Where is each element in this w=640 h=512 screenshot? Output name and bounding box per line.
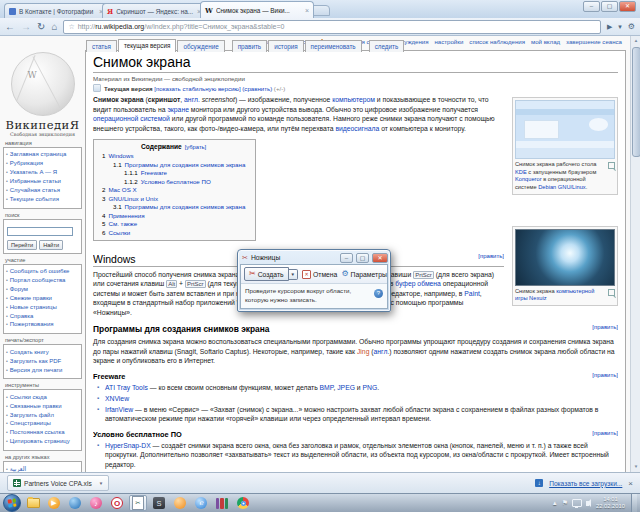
toc-item[interactable]: 1.1Программы для создания снимков экрана: [102, 161, 245, 168]
toc-item[interactable]: 5См. также: [102, 220, 245, 227]
sidebar-link-help[interactable]: •Справка: [6, 313, 79, 321]
magnify-icon[interactable]: [608, 289, 615, 296]
sidebar-link-uploadfile[interactable]: •Загрузить файл: [6, 412, 79, 420]
toc-item[interactable]: 1.1.1Freeware: [102, 169, 245, 176]
maximize-button[interactable]: ▢: [601, 1, 618, 12]
taskbar-explorer[interactable]: [24, 495, 42, 511]
sidebar-link-donate[interactable]: •Пожертвования: [6, 321, 79, 329]
scrollbar-thumb[interactable]: [632, 47, 640, 157]
shelf-close-icon[interactable]: ×: [628, 479, 633, 488]
sidebar-link-communityportal[interactable]: •Портал сообщества: [6, 277, 79, 285]
home-icon[interactable]: ⌂: [51, 22, 57, 32]
tab-discussion[interactable]: обсуждение: [177, 40, 224, 52]
sidebar-link-mainpage[interactable]: •Заглавная страница: [6, 151, 79, 159]
file-dropdown-icon[interactable]: ▼: [99, 481, 103, 486]
toc-hide-link[interactable]: [убрать]: [185, 144, 207, 150]
help-icon[interactable]: ?: [374, 289, 383, 298]
show-desktop-button[interactable]: [631, 494, 637, 512]
action-center-flag-icon[interactable]: ⚑: [562, 499, 568, 507]
snipping-tool-titlebar[interactable]: ✂ Ножницы – ▢ ✕: [238, 250, 390, 264]
edit-section-link[interactable]: [править]: [478, 253, 504, 259]
tab-watch[interactable]: следить: [369, 40, 405, 52]
start-button[interactable]: [3, 494, 21, 512]
contributions-link[interactable]: мой вклад: [531, 38, 560, 45]
sidebar-link-reporterror[interactable]: •Сообщить об ошибке: [6, 268, 79, 276]
search-input[interactable]: [7, 227, 73, 236]
taskbar-opera[interactable]: O: [108, 495, 126, 511]
thumbnail-nexuiz[interactable]: Снимок экрана компьютерной игры Nexuiz: [512, 226, 618, 306]
sidebar-link-relatedchanges[interactable]: •Связанные правки: [6, 403, 79, 411]
taskbar-clock[interactable]: 14:01 22.02.2010: [596, 496, 625, 509]
sidebar-link-newpages[interactable]: •Новые страницы: [6, 304, 79, 312]
close-button[interactable]: ✕: [619, 1, 636, 12]
sidebar-link-forum[interactable]: •Форум: [6, 286, 79, 294]
options-button[interactable]: ⚙ Параметры: [341, 270, 386, 278]
wikipedia-logo[interactable]: W: [11, 52, 75, 116]
toc-item[interactable]: 3GNU/Linux и Unix: [102, 195, 245, 202]
go-icon[interactable]: ▶: [607, 23, 612, 30]
sidebar-link-recentchanges[interactable]: •Свежие правки: [6, 295, 79, 303]
wrench-menu-icon[interactable]: ⚙: [628, 23, 635, 31]
sidebar-link-random[interactable]: •Случайная статья: [6, 187, 79, 195]
reload-icon[interactable]: ↻: [37, 22, 45, 32]
toc-item[interactable]: 3.1Программы для создания снимков экрана: [102, 203, 245, 210]
toc-item[interactable]: 2Mac OS X: [102, 186, 245, 193]
toc-item[interactable]: 1.1.2Условно бесплатное ПО: [102, 178, 245, 185]
sidebar-link-currentevents[interactable]: •Текущие события: [6, 196, 79, 204]
edit-section-link[interactable]: [править]: [592, 324, 618, 330]
new-snip-button[interactable]: ✂ Создать: [244, 267, 289, 281]
back-icon[interactable]: ←: [5, 22, 15, 32]
maximize-button[interactable]: ▢: [356, 253, 369, 263]
cancel-button[interactable]: ✕ Отмена: [302, 270, 337, 279]
sidebar-link-whatlinkshere[interactable]: •Ссылки сюда: [6, 394, 79, 402]
taskbar-media-player[interactable]: ▶: [45, 495, 63, 511]
watchlist-link[interactable]: список наблюдения: [469, 38, 525, 45]
edit-section-link[interactable]: [править]: [592, 430, 618, 436]
taskbar-chrome[interactable]: [234, 495, 252, 511]
volume-icon[interactable]: [586, 501, 589, 506]
new-snip-dropdown[interactable]: ▼: [289, 269, 298, 280]
edit-section-link[interactable]: [править]: [592, 372, 618, 378]
thumbnail-kde[interactable]: Снимок экрана рабочего стола KDE с запущ…: [512, 97, 618, 195]
taskbar-internet-app[interactable]: e: [192, 495, 210, 511]
browser-tab-yandex[interactable]: Я Скриншот — Яндекс: на... ×: [102, 3, 206, 18]
tab-history[interactable]: история: [268, 40, 303, 52]
taskbar-blue-app[interactable]: [66, 495, 84, 511]
nexuiz-screenshot-image[interactable]: [515, 229, 615, 286]
page-scrollbar[interactable]: ▲ ▼: [630, 36, 640, 472]
minimize-button[interactable]: –: [583, 1, 600, 12]
tab-edit[interactable]: править: [232, 40, 267, 52]
preferences-link[interactable]: настройки: [435, 38, 464, 45]
tab-current-version[interactable]: текущая версия: [118, 39, 177, 52]
taskbar-music-app[interactable]: ♪: [87, 495, 105, 511]
taskbar-winrar[interactable]: [213, 495, 231, 511]
browser-tab-wikipedia-active[interactable]: W Снимок экрана — Вики... ×: [200, 1, 314, 18]
snipping-tool-window[interactable]: ✂ Ножницы – ▢ ✕ ✂ Создать ▼ ✕ Отмена ⚙: [237, 249, 391, 312]
sidebar-link-printable[interactable]: •Версия для печати: [6, 367, 79, 375]
toc-item[interactable]: 1Windows: [102, 152, 245, 159]
browser-tab-vkontakte[interactable]: В Контакте | Фотографии ×: [4, 3, 108, 18]
address-bar[interactable]: ☆ http://ru.wikipedia.org/w/index.php?ti…: [63, 20, 600, 34]
taskbar-snipping-tool-active[interactable]: ✂: [129, 495, 147, 511]
scroll-up-icon[interactable]: ▲: [632, 37, 640, 45]
toc-item[interactable]: 6Ссылки: [102, 229, 245, 236]
sidebar-link-permanentlink[interactable]: •Постоянная ссылка: [6, 429, 79, 437]
kde-screenshot-image[interactable]: [515, 100, 615, 159]
page-menu-icon[interactable]: ▾: [618, 23, 622, 30]
logout-link[interactable]: завершение сеанса: [566, 38, 622, 45]
show-hidden-icons[interactable]: ▲: [552, 500, 558, 506]
show-all-downloads-link[interactable]: Показать все загрузки...: [549, 480, 622, 487]
sidebar-link-citepage[interactable]: •Цитировать страницу: [6, 438, 79, 446]
search-go-button[interactable]: Перейти: [7, 240, 37, 250]
magnify-icon[interactable]: [608, 162, 615, 169]
taskbar-s-app[interactable]: S: [150, 495, 168, 511]
toc-item[interactable]: 4Применения: [102, 212, 245, 219]
search-find-button[interactable]: Найти: [39, 240, 63, 250]
bookmark-star-icon[interactable]: ☆: [68, 23, 74, 31]
close-button[interactable]: ✕: [372, 253, 388, 263]
network-icon[interactable]: [572, 499, 582, 507]
minimize-button[interactable]: –: [340, 253, 353, 263]
sidebar-link-index[interactable]: •Указатель А — Я: [6, 169, 79, 177]
tab-rename[interactable]: переименовать: [305, 40, 362, 52]
sidebar-link-downloadpdf[interactable]: •Загрузить как PDF: [6, 358, 79, 366]
